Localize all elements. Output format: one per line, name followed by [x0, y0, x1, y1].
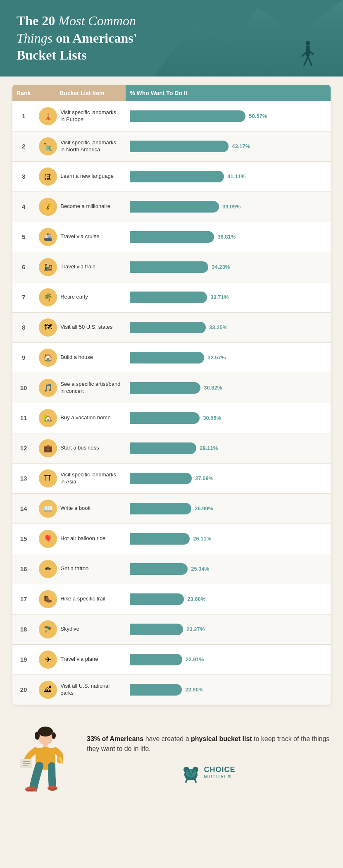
item-icon: 🏠	[39, 349, 57, 367]
percentage-value: 23.27%	[186, 626, 205, 632]
item-label: Retire early	[60, 294, 88, 301]
bar-cell: 33.25%	[126, 312, 331, 342]
item-cell: 🌴Retire early	[35, 282, 126, 312]
svg-point-26	[186, 769, 196, 777]
percentage-bar	[130, 593, 184, 605]
rank-cell: 18	[12, 614, 35, 644]
bar-cell: 50.57%	[126, 101, 331, 132]
rank-cell: 5	[12, 222, 35, 252]
item-cell: 🥾Hike a specific trail	[35, 584, 126, 614]
percentage-bar	[130, 322, 206, 333]
table-header-row: Rank Bucket List Item % Who Want To Do I…	[12, 85, 331, 101]
item-label: Start a business	[60, 445, 99, 452]
table-row: 13⛩Visit specific landmarks in Asia27.09…	[12, 463, 331, 493]
rank-cell: 8	[12, 312, 35, 342]
item-cell: 🎵See a specific artist/band in concert	[35, 373, 126, 403]
percentage-bar	[130, 684, 182, 696]
bar-cell: 22.91%	[126, 644, 331, 674]
person-illustration	[19, 725, 72, 791]
item-label: Buy a vacation home	[60, 414, 110, 421]
item-cell: 🏡Buy a vacation home	[35, 403, 126, 433]
percentage-value: 23.68%	[187, 596, 205, 602]
rank-column-header: Rank	[12, 85, 35, 101]
item-icon: 🚢	[39, 228, 57, 246]
percentage-bar	[130, 201, 219, 213]
item-label: Skydive	[60, 626, 79, 633]
item-icon: ⛩	[39, 469, 57, 488]
header-figure-icon	[298, 39, 318, 77]
rank-cell: 11	[12, 403, 35, 433]
logo-name: CHOICE	[204, 765, 235, 774]
item-cell: 🪂Skydive	[35, 614, 126, 644]
item-icon: ほ	[39, 167, 57, 186]
item-cell: 💼Start a business	[35, 433, 126, 463]
item-icon: 🗽	[39, 137, 57, 155]
percentage-bar	[130, 352, 204, 363]
rank-cell: 6	[12, 252, 35, 282]
item-label: Become a millionaire	[60, 203, 110, 210]
percentage-value: 50.57%	[249, 113, 267, 119]
percentage-value: 26.99%	[195, 505, 213, 512]
rank-cell: 1	[12, 101, 35, 132]
bar-cell: 33.71%	[126, 282, 331, 312]
footer-text-block: 33% of Americans have created a physical…	[87, 734, 331, 783]
item-icon: 🌴	[39, 288, 57, 306]
percentage-bar	[130, 382, 200, 394]
logo-sub: MUTUAL®	[204, 774, 235, 779]
svg-point-28	[192, 770, 194, 773]
item-icon: 🏕	[39, 681, 57, 699]
svg-point-0	[306, 41, 310, 45]
table-row: 3ほLearn a new language41.11%	[12, 161, 331, 191]
percentage-value: 39.09%	[222, 203, 241, 210]
item-cell: ⛩Visit specific landmarks in Asia	[35, 463, 126, 493]
item-cell: 🗼Visit specific landmarks in Europe	[35, 101, 126, 132]
rank-cell: 16	[12, 554, 35, 584]
percentage-bar	[130, 261, 208, 273]
table-row: 16✏Get a tattoo25.34%	[12, 554, 331, 584]
bar-cell: 36.81%	[126, 222, 331, 252]
bar-cell: 32.57%	[126, 342, 331, 373]
item-label: Visit all 50 U.S. states	[60, 324, 112, 331]
item-icon: ✏	[39, 560, 57, 578]
rank-cell: 15	[12, 524, 35, 554]
main-content: Rank Bucket List Item % Who Want To Do I…	[0, 77, 343, 713]
percentage-bar	[130, 533, 190, 545]
item-label: Visit all U.S. national parks	[60, 683, 121, 697]
percentage-value: 43.17%	[232, 143, 250, 149]
item-cell: 🏠Build a house	[35, 342, 126, 373]
percentage-bar	[130, 442, 196, 454]
rank-cell: 12	[12, 433, 35, 463]
item-label: Build a house	[60, 354, 93, 361]
item-label: Travel via train	[60, 263, 95, 270]
rank-cell: 14	[12, 493, 35, 524]
table-row: 15🎈Hot air balloon ride26.11%	[12, 524, 331, 554]
item-icon: 🥾	[39, 590, 57, 608]
rank-cell: 9	[12, 342, 35, 373]
item-label: Learn a new language	[60, 173, 114, 180]
choice-mutual-logo-icon	[182, 762, 200, 783]
footer-figure	[12, 725, 79, 791]
item-label: See a specific artist/band in concert	[60, 381, 121, 395]
table-row: 2🗽Visit specific landmarks in North Amer…	[12, 131, 331, 161]
percentage-value: 29.11%	[200, 445, 218, 451]
percentage-value: 32.57%	[207, 354, 226, 361]
table-row: 6🚂Travel via train34.23%	[12, 252, 331, 282]
item-label: Hot air balloon ride	[60, 535, 105, 542]
item-label: Travel via cruise	[60, 233, 99, 240]
percentage-bar	[130, 171, 224, 182]
item-cell: 🚢Travel via cruise	[35, 222, 126, 252]
item-label: Visit specific landmarks in North Americ…	[60, 139, 121, 153]
table-row: 14📖Write a book26.99%	[12, 493, 331, 524]
svg-point-22	[48, 786, 57, 791]
item-cell: 📖Write a book	[35, 493, 126, 524]
table-row: 19✈Travel via plane22.91%	[12, 644, 331, 674]
item-label: Hike a specific trail	[60, 595, 105, 603]
bucket-list-table: Rank Bucket List Item % Who Want To Do I…	[12, 85, 331, 705]
item-cell: 🎈Hot air balloon ride	[35, 524, 126, 554]
item-column-header: Bucket List Item	[35, 85, 126, 101]
header: The 20 Most CommonThings on Americans'Bu…	[0, 0, 343, 77]
bar-cell: 39.09%	[126, 191, 331, 222]
percentage-value: 26.11%	[193, 536, 211, 542]
bar-cell: 22.80%	[126, 674, 331, 705]
percentage-value: 33.25%	[209, 324, 227, 330]
